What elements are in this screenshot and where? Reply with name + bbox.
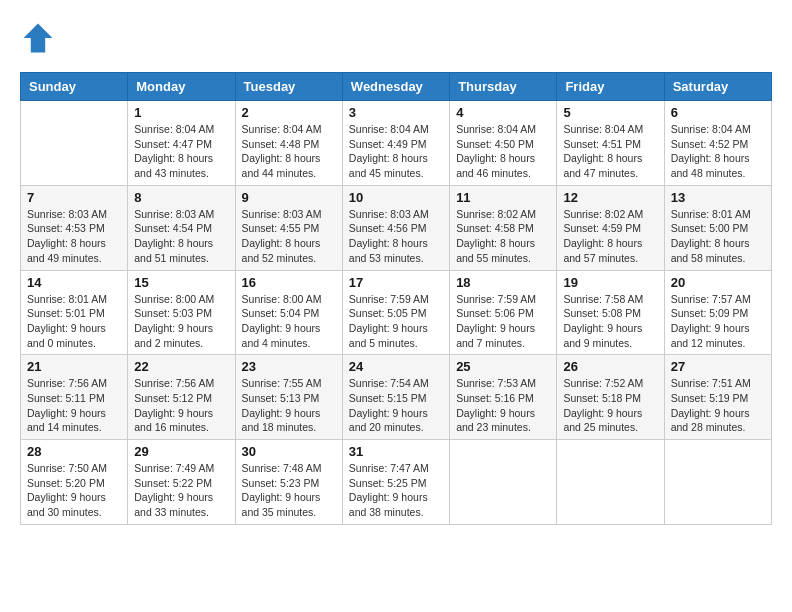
day-number: 12	[563, 190, 657, 205]
day-number: 27	[671, 359, 765, 374]
day-number: 8	[134, 190, 228, 205]
calendar-cell: 28Sunrise: 7:50 AM Sunset: 5:20 PM Dayli…	[21, 440, 128, 525]
calendar-cell: 2Sunrise: 8:04 AM Sunset: 4:48 PM Daylig…	[235, 101, 342, 186]
day-number: 19	[563, 275, 657, 290]
day-info: Sunrise: 8:03 AM Sunset: 4:54 PM Dayligh…	[134, 207, 228, 266]
calendar-cell: 21Sunrise: 7:56 AM Sunset: 5:11 PM Dayli…	[21, 355, 128, 440]
day-info: Sunrise: 7:56 AM Sunset: 5:11 PM Dayligh…	[27, 376, 121, 435]
calendar-week-row: 7Sunrise: 8:03 AM Sunset: 4:53 PM Daylig…	[21, 185, 772, 270]
day-info: Sunrise: 7:57 AM Sunset: 5:09 PM Dayligh…	[671, 292, 765, 351]
day-info: Sunrise: 8:03 AM Sunset: 4:55 PM Dayligh…	[242, 207, 336, 266]
calendar-cell	[21, 101, 128, 186]
calendar-cell: 10Sunrise: 8:03 AM Sunset: 4:56 PM Dayli…	[342, 185, 449, 270]
calendar-week-row: 14Sunrise: 8:01 AM Sunset: 5:01 PM Dayli…	[21, 270, 772, 355]
day-number: 6	[671, 105, 765, 120]
day-number: 30	[242, 444, 336, 459]
day-info: Sunrise: 8:02 AM Sunset: 4:59 PM Dayligh…	[563, 207, 657, 266]
calendar-week-row: 28Sunrise: 7:50 AM Sunset: 5:20 PM Dayli…	[21, 440, 772, 525]
day-info: Sunrise: 7:58 AM Sunset: 5:08 PM Dayligh…	[563, 292, 657, 351]
day-number: 16	[242, 275, 336, 290]
calendar-cell: 24Sunrise: 7:54 AM Sunset: 5:15 PM Dayli…	[342, 355, 449, 440]
header-day-wednesday: Wednesday	[342, 73, 449, 101]
day-number: 25	[456, 359, 550, 374]
day-number: 23	[242, 359, 336, 374]
svg-marker-0	[24, 24, 53, 53]
calendar-cell: 4Sunrise: 8:04 AM Sunset: 4:50 PM Daylig…	[450, 101, 557, 186]
logo	[20, 20, 60, 56]
header-day-sunday: Sunday	[21, 73, 128, 101]
day-info: Sunrise: 7:56 AM Sunset: 5:12 PM Dayligh…	[134, 376, 228, 435]
logo-icon	[20, 20, 56, 56]
day-info: Sunrise: 8:00 AM Sunset: 5:04 PM Dayligh…	[242, 292, 336, 351]
day-number: 10	[349, 190, 443, 205]
day-number: 4	[456, 105, 550, 120]
calendar-cell: 8Sunrise: 8:03 AM Sunset: 4:54 PM Daylig…	[128, 185, 235, 270]
calendar-cell: 22Sunrise: 7:56 AM Sunset: 5:12 PM Dayli…	[128, 355, 235, 440]
calendar-cell: 29Sunrise: 7:49 AM Sunset: 5:22 PM Dayli…	[128, 440, 235, 525]
calendar-cell: 1Sunrise: 8:04 AM Sunset: 4:47 PM Daylig…	[128, 101, 235, 186]
calendar-cell	[664, 440, 771, 525]
calendar-cell: 30Sunrise: 7:48 AM Sunset: 5:23 PM Dayli…	[235, 440, 342, 525]
day-number: 21	[27, 359, 121, 374]
header-day-monday: Monday	[128, 73, 235, 101]
calendar-week-row: 21Sunrise: 7:56 AM Sunset: 5:11 PM Dayli…	[21, 355, 772, 440]
day-number: 29	[134, 444, 228, 459]
day-number: 15	[134, 275, 228, 290]
calendar-cell	[557, 440, 664, 525]
calendar-cell: 12Sunrise: 8:02 AM Sunset: 4:59 PM Dayli…	[557, 185, 664, 270]
day-info: Sunrise: 7:55 AM Sunset: 5:13 PM Dayligh…	[242, 376, 336, 435]
calendar-cell	[450, 440, 557, 525]
day-info: Sunrise: 7:59 AM Sunset: 5:05 PM Dayligh…	[349, 292, 443, 351]
day-info: Sunrise: 8:04 AM Sunset: 4:47 PM Dayligh…	[134, 122, 228, 181]
header-day-tuesday: Tuesday	[235, 73, 342, 101]
calendar-cell: 31Sunrise: 7:47 AM Sunset: 5:25 PM Dayli…	[342, 440, 449, 525]
day-number: 22	[134, 359, 228, 374]
calendar-cell: 27Sunrise: 7:51 AM Sunset: 5:19 PM Dayli…	[664, 355, 771, 440]
calendar-week-row: 1Sunrise: 8:04 AM Sunset: 4:47 PM Daylig…	[21, 101, 772, 186]
day-number: 17	[349, 275, 443, 290]
calendar-cell: 11Sunrise: 8:02 AM Sunset: 4:58 PM Dayli…	[450, 185, 557, 270]
page-header	[20, 20, 772, 56]
day-info: Sunrise: 7:48 AM Sunset: 5:23 PM Dayligh…	[242, 461, 336, 520]
calendar-cell: 20Sunrise: 7:57 AM Sunset: 5:09 PM Dayli…	[664, 270, 771, 355]
header-day-saturday: Saturday	[664, 73, 771, 101]
day-number: 18	[456, 275, 550, 290]
day-number: 20	[671, 275, 765, 290]
day-number: 11	[456, 190, 550, 205]
header-day-friday: Friday	[557, 73, 664, 101]
day-number: 13	[671, 190, 765, 205]
calendar-cell: 25Sunrise: 7:53 AM Sunset: 5:16 PM Dayli…	[450, 355, 557, 440]
day-info: Sunrise: 8:03 AM Sunset: 4:53 PM Dayligh…	[27, 207, 121, 266]
day-info: Sunrise: 8:01 AM Sunset: 5:01 PM Dayligh…	[27, 292, 121, 351]
day-number: 14	[27, 275, 121, 290]
calendar-table: SundayMondayTuesdayWednesdayThursdayFrid…	[20, 72, 772, 525]
calendar-cell: 18Sunrise: 7:59 AM Sunset: 5:06 PM Dayli…	[450, 270, 557, 355]
day-info: Sunrise: 7:53 AM Sunset: 5:16 PM Dayligh…	[456, 376, 550, 435]
day-number: 1	[134, 105, 228, 120]
calendar-cell: 13Sunrise: 8:01 AM Sunset: 5:00 PM Dayli…	[664, 185, 771, 270]
calendar-cell: 14Sunrise: 8:01 AM Sunset: 5:01 PM Dayli…	[21, 270, 128, 355]
day-info: Sunrise: 7:50 AM Sunset: 5:20 PM Dayligh…	[27, 461, 121, 520]
day-number: 7	[27, 190, 121, 205]
day-number: 26	[563, 359, 657, 374]
calendar-cell: 15Sunrise: 8:00 AM Sunset: 5:03 PM Dayli…	[128, 270, 235, 355]
day-info: Sunrise: 7:47 AM Sunset: 5:25 PM Dayligh…	[349, 461, 443, 520]
day-number: 24	[349, 359, 443, 374]
day-number: 5	[563, 105, 657, 120]
day-number: 3	[349, 105, 443, 120]
calendar-cell: 9Sunrise: 8:03 AM Sunset: 4:55 PM Daylig…	[235, 185, 342, 270]
day-info: Sunrise: 8:04 AM Sunset: 4:48 PM Dayligh…	[242, 122, 336, 181]
calendar-cell: 5Sunrise: 8:04 AM Sunset: 4:51 PM Daylig…	[557, 101, 664, 186]
day-info: Sunrise: 8:04 AM Sunset: 4:50 PM Dayligh…	[456, 122, 550, 181]
calendar-cell: 3Sunrise: 8:04 AM Sunset: 4:49 PM Daylig…	[342, 101, 449, 186]
calendar-cell: 19Sunrise: 7:58 AM Sunset: 5:08 PM Dayli…	[557, 270, 664, 355]
day-info: Sunrise: 8:01 AM Sunset: 5:00 PM Dayligh…	[671, 207, 765, 266]
day-info: Sunrise: 7:59 AM Sunset: 5:06 PM Dayligh…	[456, 292, 550, 351]
day-info: Sunrise: 8:04 AM Sunset: 4:51 PM Dayligh…	[563, 122, 657, 181]
day-info: Sunrise: 8:03 AM Sunset: 4:56 PM Dayligh…	[349, 207, 443, 266]
calendar-cell: 16Sunrise: 8:00 AM Sunset: 5:04 PM Dayli…	[235, 270, 342, 355]
calendar-cell: 7Sunrise: 8:03 AM Sunset: 4:53 PM Daylig…	[21, 185, 128, 270]
day-number: 2	[242, 105, 336, 120]
header-day-thursday: Thursday	[450, 73, 557, 101]
day-info: Sunrise: 7:54 AM Sunset: 5:15 PM Dayligh…	[349, 376, 443, 435]
